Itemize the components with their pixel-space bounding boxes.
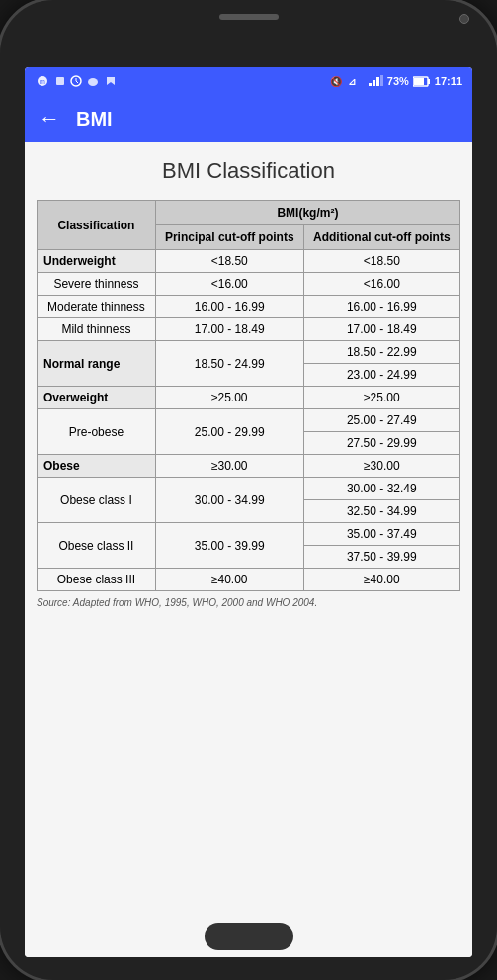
table-row: Overweight ≥25.00 ≥25.00 [38,387,460,409]
front-camera [459,14,469,24]
signal-icon [368,75,383,87]
cloud-icon [86,75,100,87]
table-row: Pre-obese 25.00 - 29.99 25.00 - 27.49 [38,409,460,432]
battery-icon [413,76,431,87]
svg-marker-7 [107,77,115,85]
phone-speaker [219,14,279,20]
wifi-icon: ⊿ [348,75,364,87]
svg-rect-2 [56,77,64,85]
svg-rect-12 [376,77,379,86]
notifications-icon [54,75,66,87]
phone-screen: m 🔇 [25,67,472,957]
messenger-icon: m [35,75,50,87]
status-bar: m 🔇 [25,67,472,95]
table-row: Obese class III ≥40.00 ≥40.00 [38,569,460,591]
table-row: Obese ≥30.00 ≥30.00 [38,455,460,478]
bookmark-icon [104,75,118,87]
mute-icon: 🔇 [330,75,344,87]
app-toolbar: ← BMI [25,95,472,142]
status-right-info: 🔇 ⊿ 73% 17:11 [330,75,462,87]
svg-line-5 [76,81,78,83]
table-row: Normal range 18.50 - 24.99 18.50 - 22.99 [38,341,460,364]
svg-text:⊿: ⊿ [348,76,356,87]
col-principal: Principal cut-off points [155,225,303,250]
table-row: Severe thinness <16.00 <16.00 [38,273,460,296]
svg-rect-16 [414,78,424,85]
clock-icon [70,75,82,87]
table-row: Mild thinness 17.00 - 18.49 17.00 - 18.4… [38,318,460,341]
status-left-icons: m [35,75,118,87]
table-row: Underweight <18.50 <18.50 [38,250,460,273]
svg-rect-13 [380,75,383,86]
time-display: 17:11 [435,75,462,87]
table-row: Obese class II 35.00 - 39.99 35.00 - 37.… [38,523,460,546]
phone-bottom-area [0,923,497,962]
svg-rect-11 [373,80,375,86]
table-row: Moderate thinness 16.00 - 16.99 16.00 - … [38,296,460,318]
svg-rect-15 [428,79,430,84]
phone-frame: m 🔇 [0,0,497,980]
col-additional: Additional cut-off points [303,225,459,250]
table-row: Obese class I 30.00 - 34.99 30.00 - 32.4… [38,478,460,500]
back-button[interactable]: ← [39,106,60,132]
svg-text:m: m [40,78,45,85]
svg-rect-10 [369,83,372,86]
bmi-classification-table: Classification BMI(kg/m²) Principal cut-… [37,200,460,591]
main-content: BMI Classification Classification BMI(kg… [25,142,472,957]
svg-text:🔇: 🔇 [330,75,343,87]
battery-pct: 73% [387,75,409,87]
home-button[interactable] [205,923,293,950]
svg-point-6 [88,78,98,86]
col-classification: Classification [38,201,156,250]
col-bmi: BMI(kg/m²) [155,201,459,225]
app-title: BMI [76,108,113,131]
page-title: BMI Classification [37,158,460,184]
source-citation: Source: Adapted from WHO, 1995, WHO, 200… [37,597,460,608]
